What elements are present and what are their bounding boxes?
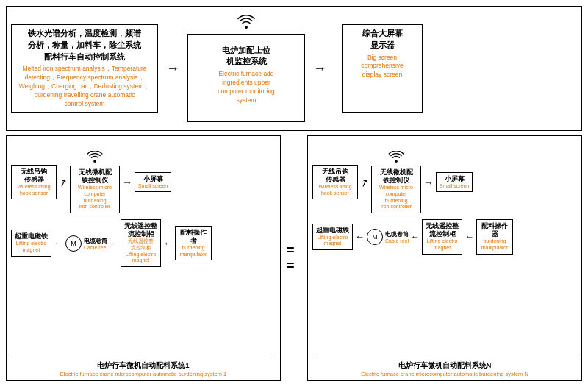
sn-title-zh: 电炉行车微机自动配料系统N (312, 361, 577, 371)
sn-electromagnet: 起重电磁铁 Lifting electro magnet (312, 224, 353, 251)
s1-electromagnet: 起重电磁铁 Lifting electro magnet (11, 230, 51, 257)
arrow-2: → (305, 61, 334, 77)
main-container: 铁水光谱分析，温度检测，频谱 分析，称量，加料车，除尘系统 配料行车自动控制系统… (0, 0, 588, 387)
sn-operator: 配料操作器 burdening manipulator (476, 219, 513, 255)
top-box1-en: Melted iron spectrum analysis，Temperatur… (15, 65, 154, 108)
wifi-icon-top (237, 15, 255, 32)
sn-sep (312, 355, 577, 355)
sn-title: 电炉行车微机自动配料系统N Electric furnace crane mic… (312, 361, 577, 377)
top-box3-en: Big screen comprehensive display screen (345, 54, 419, 80)
system-1-diagram: 无线吊钩 传感器 Wireless lifting hook sensor ↗ (6, 135, 281, 381)
top-section: 铁水光谱分析，温度检测，频谱 分析，称量，加料车，除尘系统 配料行车自动控制系统… (6, 6, 582, 131)
s1-arrow3: ← (54, 238, 63, 249)
top-box2-en: Electric furnace add ingredients upper c… (191, 70, 301, 105)
sn-cable-en: Cable reel (385, 238, 409, 244)
systemn-lower: 起重电磁铁 Lifting electro magnet ← M 电缆卷筒 Ca… (312, 219, 577, 255)
s1-arrow2: → (122, 177, 132, 188)
sn-op-zh: 配料操作器 (478, 222, 511, 238)
system-n-diagram: 无线吊钩 传感器 Wireless lifting hook sensor ↗ (307, 135, 582, 381)
s1-rc-zh: 无线遥控整 流控制柜 (123, 222, 159, 238)
sn-op-en: burdening manipulator (478, 238, 511, 252)
sn-arrow5: ← (465, 231, 474, 242)
s1-motor-circle: M (65, 235, 82, 252)
s1-op-en: burdening manipulator (177, 245, 209, 258)
sn-wifi-icon (388, 151, 404, 164)
sn-cable-reel-area: 电缆卷筒 Cable reel (385, 230, 409, 244)
top-box2-zh: 电炉加配上位 机监控系统 (191, 45, 301, 68)
s1-controller: 无线微机配 铁控制仪 Wireless micro computer burde… (70, 166, 120, 213)
top-box-1: 铁水光谱分析，温度检测，频谱 分析，称量，加料车，除尘系统 配料行车自动控制系统… (11, 24, 158, 113)
sn-arrow3: ← (355, 231, 365, 242)
s1-controller-en: Wireless micro computer burdening iron c… (72, 185, 118, 210)
s1-remote-cabinet: 无线遥控整 流控制柜 无线遥控整流控制柜Lifting electromagne… (121, 219, 161, 267)
s1-arrow4: ← (110, 238, 118, 249)
sn-controller-zh: 无线微机配 铁控制仪 (373, 168, 419, 185)
s1-em-en: Lifting electro magnet (13, 241, 49, 254)
s1-op-zh: 配料操作者 (177, 229, 209, 245)
s1-hook-sensor-zh: 无线吊钩 传感器 (13, 168, 54, 184)
sn-controller-en: Wireless micro computer burdening iron c… (373, 185, 419, 210)
sn-em-en: Lifting electro magnet (315, 235, 351, 248)
s1-title-zh: 电炉行车微机自动配料系统1 (11, 361, 276, 371)
system1-lower: 起重电磁铁 Lifting electro magnet ← M 电缆卷筒 Ca… (11, 219, 276, 267)
sn-screen-en: Small screen (438, 183, 470, 190)
s1-wifi-icon (87, 151, 103, 164)
sn-rc-en: Lifting electromagnet (424, 238, 460, 252)
s1-screen-zh: 小屏幕 (137, 175, 169, 183)
s1-screen-en: Small screen (137, 183, 169, 190)
s1-sep (11, 355, 276, 355)
sn-arrow2: → (423, 177, 434, 188)
s1-hook-sensor-en: Wireless lifting hook sensor (13, 184, 54, 197)
sn-screen-zh: 小屏幕 (438, 175, 470, 183)
sn-hook-sensor-zh: 无线吊钩 传感器 (315, 168, 356, 184)
double-equal-sign: = = (287, 135, 301, 381)
top-box-2: 电炉加配上位 机监控系统 Electric furnace add ingred… (187, 34, 305, 122)
system1-upper: 无线吊钩 传感器 Wireless lifting hook sensor ↗ (11, 151, 276, 213)
sn-arrow4: ← (411, 232, 420, 242)
sn-hook-sensor: 无线吊钩 传感器 Wireless lifting hook sensor (312, 165, 358, 200)
arrow-1: → (158, 61, 187, 77)
sn-hook-sensor-en: Wireless lifting hook sensor (315, 184, 356, 197)
s1-rc-en: 无线遥控整流控制柜Lifting electromagnet (123, 238, 159, 264)
s1-hook-sensor: 无线吊钩 传感器 Wireless lifting hook sensor (11, 165, 57, 200)
top-box3-zh: 综合大屏幕 显示器 (345, 28, 419, 52)
sn-arrow1: ↗ (360, 177, 369, 188)
s1-cable-zh: 电缆卷筒 (84, 237, 107, 245)
s1-controller-zh: 无线微机配 铁控制仪 (72, 168, 118, 185)
s1-title: 电炉行车微机自动配料系统1 Electric furnace crane mic… (11, 361, 276, 377)
sn-em-zh: 起重电磁铁 (315, 227, 351, 235)
sn-title-en: Electric furnace crane microcomputer aut… (312, 371, 577, 377)
sn-remote-cabinet: 无线遥控整流控制柜 Lifting electromagnet (422, 219, 462, 255)
sn-motor-circle: M (367, 229, 383, 245)
top-box-3: 综合大屏幕 显示器 Big screen comprehensive displ… (342, 24, 423, 113)
s1-cable-reel-area: 电缆卷筒 Cable reel (84, 237, 107, 250)
s1-arrow5: ← (163, 238, 173, 249)
sn-controller: 无线微机配 铁控制仪 Wireless micro computer burde… (371, 166, 421, 213)
sn-cable-zh: 电缆卷筒 (385, 230, 409, 238)
systemn-upper: 无线吊钩 传感器 Wireless lifting hook sensor ↗ (312, 151, 577, 213)
s1-arrow1: ↗ (59, 177, 68, 188)
top-box1-zh: 铁水光谱分析，温度检测，频谱 分析，称量，加料车，除尘系统 配料行车自动控制系统 (15, 28, 154, 63)
s1-cable-en: Cable reel (84, 245, 107, 250)
systems-row: 无线吊钩 传感器 Wireless lifting hook sensor ↗ (6, 135, 582, 381)
sn-small-screen: 小屏幕 Small screen (436, 172, 473, 193)
s1-em-zh: 起重电磁铁 (13, 232, 49, 241)
s1-title-en: Electric furnace crane microcomputer aut… (11, 371, 276, 377)
sn-rc-zh: 无线遥控整流控制柜 (424, 222, 460, 238)
s1-small-screen: 小屏幕 Small screen (135, 172, 171, 193)
s1-operator: 配料操作者 burdening manipulator (175, 226, 212, 261)
